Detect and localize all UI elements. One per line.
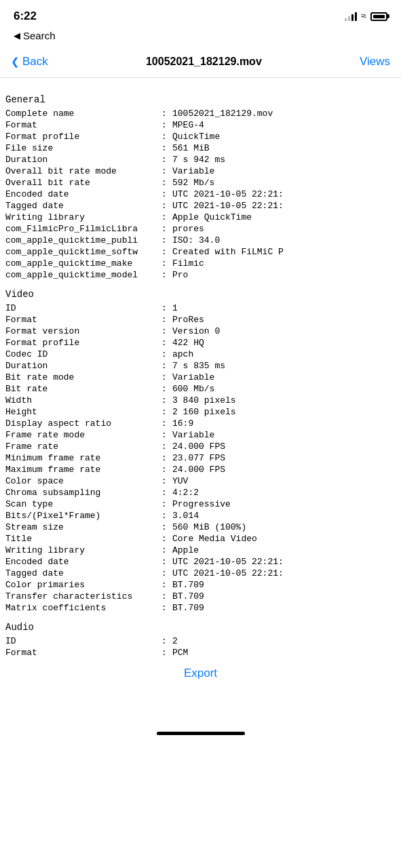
table-row: File size : 561 MiB	[5, 142, 396, 154]
table-row: ID : 1	[5, 302, 396, 314]
row-value: Version 0	[172, 326, 396, 336]
row-value: 4:2:2	[172, 488, 396, 498]
export-button[interactable]: Export	[184, 667, 217, 680]
row-key: ID	[5, 636, 161, 646]
row-sep: :	[161, 545, 172, 555]
row-key: Height	[5, 407, 161, 417]
row-value: Created with FiLMiC P	[172, 247, 396, 257]
row-key: Matrix coefficients	[5, 603, 161, 613]
row-key: Scan type	[5, 499, 161, 509]
table-row: Bit rate : 600 Mb/s	[5, 383, 396, 395]
row-key: Tagged date	[5, 568, 161, 578]
row-key: Tagged date	[5, 201, 161, 211]
row-value: Variable	[172, 166, 396, 176]
row-value: QuickTime	[172, 132, 396, 142]
row-value: Pro	[172, 270, 396, 280]
row-key: Frame rate	[5, 441, 161, 452]
row-value: apch	[172, 349, 396, 359]
row-sep: :	[161, 430, 172, 440]
row-sep: :	[161, 155, 172, 165]
table-row: Title : Core Media Video	[5, 533, 396, 545]
row-key: Overall bit rate	[5, 178, 161, 188]
table-row: Complete name : 10052021_182129.mov	[5, 108, 396, 119]
table-row: Stream size : 560 MiB (100%)	[5, 521, 396, 533]
row-value: Apple QuickTime	[172, 212, 396, 222]
row-value: 2 160 pixels	[172, 407, 396, 417]
table-row: Overall bit rate : 592 Mb/s	[5, 177, 396, 189]
wifi-icon: ≈	[361, 11, 366, 22]
row-sep: :	[161, 648, 172, 658]
row-key: com_apple_quicktime_publi	[5, 235, 161, 245]
row-sep: :	[161, 189, 172, 199]
row-value: Variable	[172, 372, 396, 382]
row-sep: :	[161, 534, 172, 544]
row-sep: :	[161, 247, 172, 257]
general-rows: Complete name : 10052021_182129.movForma…	[5, 108, 396, 281]
row-sep: :	[161, 212, 172, 222]
table-row: Color space : YUV	[5, 475, 396, 487]
row-key: Format	[5, 120, 161, 130]
row-sep: :	[161, 166, 172, 176]
row-value: Apple	[172, 545, 396, 555]
search-bar: ◀ Search	[0, 30, 401, 45]
row-sep: :	[161, 108, 172, 119]
back-nav-chevron-icon: ❮	[11, 56, 20, 68]
row-sep: :	[161, 315, 172, 325]
row-key: Complete name	[5, 108, 161, 119]
row-sep: :	[161, 418, 172, 429]
row-value: UTC 2021-10-05 22:21:	[172, 568, 396, 578]
row-key: Format version	[5, 326, 161, 336]
row-key: Frame rate mode	[5, 430, 161, 440]
search-bar-text: ◀ Search	[14, 30, 387, 41]
home-indicator	[0, 726, 401, 743]
row-value: Progressive	[172, 499, 396, 509]
row-key: com_FilmicPro_FilmicLibra	[5, 224, 161, 234]
row-sep: :	[161, 476, 172, 486]
table-row: Format version : Version 0	[5, 326, 396, 337]
row-value: 23.077 FPS	[172, 453, 396, 463]
table-row: Writing library : Apple QuickTime	[5, 212, 396, 223]
table-row: ID : 2	[5, 635, 396, 647]
row-key: Encoded date	[5, 189, 161, 199]
row-sep: :	[161, 326, 172, 336]
status-icons: ≈	[345, 11, 387, 22]
row-key: Duration	[5, 155, 161, 165]
row-value: 422 HQ	[172, 338, 396, 348]
row-key: com_apple_quicktime_softw	[5, 247, 161, 257]
row-key: Overall bit rate mode	[5, 166, 161, 176]
row-key: Display aspect ratio	[5, 418, 161, 429]
audio-rows: ID : 2Format : PCM	[5, 635, 396, 658]
row-key: Chroma subsampling	[5, 488, 161, 498]
row-value: 3.014	[172, 511, 396, 521]
table-row: Matrix coefficients : BT.709	[5, 602, 396, 614]
row-value: 2	[172, 636, 396, 646]
signal-icon	[345, 12, 357, 21]
row-key: Format	[5, 315, 161, 325]
row-value: 24.000 FPS	[172, 441, 396, 452]
row-key: Encoded date	[5, 557, 161, 567]
row-key: Color primaries	[5, 580, 161, 590]
row-sep: :	[161, 384, 172, 394]
views-button[interactable]: Views	[360, 55, 390, 68]
table-row: Display aspect ratio : 16:9	[5, 418, 396, 429]
table-row: Encoded date : UTC 2021-10-05 22:21:	[5, 556, 396, 568]
row-value: 600 Mb/s	[172, 384, 396, 394]
back-button[interactable]: ❮ Back	[11, 55, 48, 68]
general-section-header: General	[5, 86, 396, 108]
table-row: Color primaries : BT.709	[5, 579, 396, 591]
row-sep: :	[161, 303, 172, 313]
row-key: Writing library	[5, 212, 161, 222]
status-bar: 6:22 ≈	[0, 0, 401, 30]
table-row: Writing library : Apple	[5, 545, 396, 556]
back-label: Back	[22, 55, 48, 68]
row-value: 560 MiB (100%)	[172, 522, 396, 532]
table-row: Maximum frame rate : 24.000 FPS	[5, 464, 396, 475]
search-label: Search	[23, 30, 56, 41]
row-value: prores	[172, 224, 396, 234]
video-section-header: Video	[5, 281, 396, 302]
row-value: 561 MiB	[172, 143, 396, 153]
table-row: com_apple_quicktime_publi : ISO: 34.0	[5, 235, 396, 246]
audio-section-header: Audio	[5, 614, 396, 635]
table-row: Minimum frame rate : 23.077 FPS	[5, 452, 396, 464]
row-value: 3 840 pixels	[172, 395, 396, 406]
